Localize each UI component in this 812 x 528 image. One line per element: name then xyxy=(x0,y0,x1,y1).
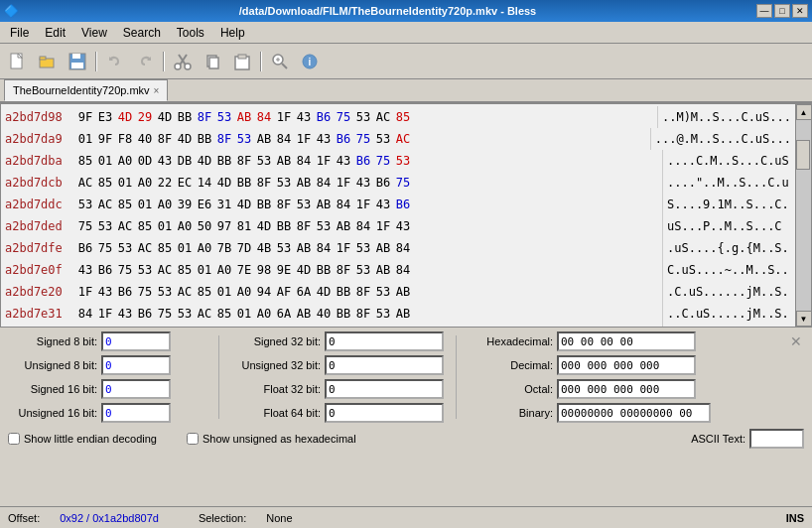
hex-byte[interactable]: 1F xyxy=(335,172,352,194)
save-button[interactable] xyxy=(64,48,91,75)
hex-byte[interactable]: 8F xyxy=(335,259,352,281)
hex-byte[interactable]: E3 xyxy=(96,106,114,128)
hex-byte[interactable]: 85 xyxy=(156,237,174,259)
hex-byte[interactable]: BB xyxy=(335,281,352,303)
paste-button[interactable] xyxy=(228,48,256,75)
hex-byte[interactable]: 85 xyxy=(96,172,114,194)
hex-byte[interactable]: 75 xyxy=(176,325,194,327)
hex-byte[interactable]: AC xyxy=(136,237,154,259)
hex-byte[interactable]: 53 xyxy=(176,303,194,325)
hex-byte[interactable]: 4D xyxy=(196,150,213,172)
hex-byte[interactable]: B6 xyxy=(374,172,392,194)
hex-byte[interactable]: F8 xyxy=(116,128,134,150)
tab-main[interactable]: TheBourneIdentity720p.mkv × xyxy=(4,79,168,101)
hex-byte[interactable]: 22 xyxy=(156,172,174,194)
hex-byte[interactable]: 01 xyxy=(215,281,233,303)
hex-byte[interactable]: DB xyxy=(176,150,194,172)
hex-byte[interactable]: 4B xyxy=(255,237,273,259)
hex-byte[interactable]: 53 xyxy=(96,215,114,237)
hex-byte[interactable]: BB xyxy=(196,128,213,150)
hex-byte[interactable]: 01 xyxy=(235,303,253,325)
hex-byte[interactable]: BB xyxy=(315,259,333,281)
hex-byte[interactable]: 94 xyxy=(255,281,273,303)
hex-byte[interactable]: 01 xyxy=(116,172,134,194)
hex-byte[interactable]: AB xyxy=(394,303,412,325)
hex-byte[interactable]: 85 xyxy=(76,150,94,172)
hex-byte[interactable]: AB xyxy=(295,172,313,194)
hex-byte[interactable]: 75 xyxy=(116,259,134,281)
hex-byte[interactable]: 9F xyxy=(76,106,94,128)
hex-byte[interactable]: AC xyxy=(76,172,94,194)
hex-scrollbar[interactable]: ▲ ▼ xyxy=(795,104,811,327)
hex-byte[interactable]: AF xyxy=(275,281,293,303)
hex-byte[interactable]: 53 xyxy=(374,281,392,303)
hex-byte[interactable]: AC xyxy=(215,325,233,327)
hex-byte[interactable]: AC xyxy=(374,106,392,128)
hex-byte[interactable]: C0 xyxy=(315,325,333,327)
hex-byte[interactable]: A0 xyxy=(255,303,273,325)
hex-byte[interactable]: 1F xyxy=(275,106,293,128)
hex-byte[interactable]: 84 xyxy=(275,128,293,150)
hex-byte[interactable]: B6 xyxy=(136,303,154,325)
hex-byte[interactable]: 85 xyxy=(116,194,134,215)
hex-byte[interactable]: BB xyxy=(215,150,233,172)
hex-byte[interactable]: 4D xyxy=(295,259,313,281)
hex-byte[interactable]: AC xyxy=(394,128,412,150)
hex-byte[interactable]: 43 xyxy=(295,106,313,128)
hex-byte[interactable]: 53 xyxy=(136,259,154,281)
hex-byte[interactable]: 53 xyxy=(275,237,293,259)
hex-byte[interactable]: EC xyxy=(176,172,194,194)
hex-byte[interactable]: 43 xyxy=(96,281,114,303)
hex-byte[interactable]: 84 xyxy=(315,172,333,194)
hex-byte[interactable]: A0 xyxy=(235,281,253,303)
hex-byte[interactable]: 84 xyxy=(335,194,352,215)
hex-byte[interactable]: 8F xyxy=(394,325,412,327)
hex-byte[interactable]: 7B xyxy=(335,325,352,327)
hex-byte[interactable]: 53 xyxy=(374,128,392,150)
hex-byte[interactable]: AC xyxy=(196,303,213,325)
float32-input[interactable] xyxy=(325,379,444,399)
hex-byte[interactable]: 4D xyxy=(215,172,233,194)
hex-byte[interactable]: 1F xyxy=(96,303,114,325)
info-button[interactable]: i xyxy=(296,48,324,75)
hex-byte[interactable]: 8F xyxy=(354,281,372,303)
hex-byte[interactable]: 53 xyxy=(295,194,313,215)
signed16-input[interactable] xyxy=(101,379,171,399)
hex-byte[interactable]: A0 xyxy=(156,194,174,215)
hex-byte[interactable]: 4D xyxy=(116,106,134,128)
hex-byte[interactable]: 85 xyxy=(136,215,154,237)
hex-byte[interactable]: 53 xyxy=(315,215,333,237)
hex-byte[interactable]: B6 xyxy=(335,128,352,150)
hex-byte[interactable]: A0 xyxy=(176,215,194,237)
hex-byte[interactable]: 40 xyxy=(136,128,154,150)
hex-byte[interactable]: 8F xyxy=(354,303,372,325)
hex-byte[interactable]: A0 xyxy=(116,150,134,172)
hex-byte[interactable]: 1F xyxy=(354,194,372,215)
hex-byte[interactable]: 53 xyxy=(374,303,392,325)
hex-byte[interactable]: 43 xyxy=(76,259,94,281)
hex-byte[interactable]: B6 xyxy=(315,106,333,128)
hex-byte[interactable]: 01 xyxy=(76,128,94,150)
menu-file[interactable]: File xyxy=(2,24,37,42)
hex-byte[interactable]: 1F xyxy=(295,128,313,150)
hex-input[interactable] xyxy=(557,331,696,351)
hex-byte[interactable]: 4D xyxy=(156,106,174,128)
hex-byte[interactable]: C2 xyxy=(295,325,313,327)
copy-button[interactable] xyxy=(199,48,226,75)
hex-byte[interactable]: 84 xyxy=(76,303,94,325)
hex-byte[interactable]: 01 xyxy=(196,259,213,281)
hex-byte[interactable]: 97 xyxy=(215,215,233,237)
hex-byte[interactable]: B6 xyxy=(76,237,94,259)
hex-byte[interactable]: 1F xyxy=(76,281,94,303)
hex-byte[interactable]: AC xyxy=(96,194,114,215)
unsigned32-input[interactable] xyxy=(325,355,444,375)
hex-byte[interactable]: 43 xyxy=(394,215,412,237)
hex-byte[interactable]: 53 xyxy=(215,106,233,128)
hex-byte[interactable]: AB xyxy=(255,128,273,150)
redo-button[interactable] xyxy=(131,48,159,75)
hex-byte[interactable]: 53 xyxy=(156,281,174,303)
hex-byte[interactable]: 53 xyxy=(354,237,372,259)
hex-byte[interactable]: A0 xyxy=(136,172,154,194)
hex-byte[interactable]: 8F xyxy=(295,215,313,237)
hex-byte[interactable]: 75 xyxy=(354,128,372,150)
